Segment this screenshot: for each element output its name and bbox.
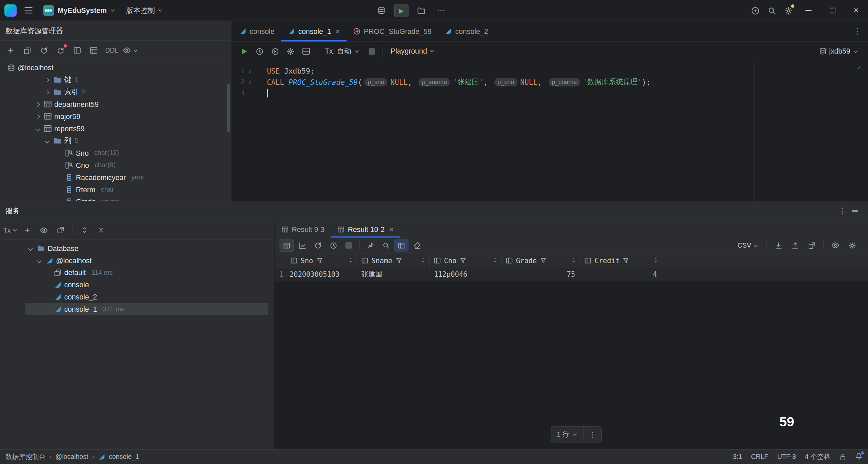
chevron-down-icon[interactable] (27, 245, 34, 252)
cell-credit[interactable]: 4 (580, 268, 662, 281)
breadcrumb-item[interactable]: 数据库控制台 (5, 452, 45, 462)
column-header[interactable]: Credit (580, 254, 662, 267)
expand-all-button[interactable] (77, 224, 92, 237)
tree-item-database-group[interactable]: Database (0, 242, 274, 254)
run-routine-button[interactable] (268, 44, 282, 58)
close-tab-icon[interactable]: × (336, 26, 340, 35)
file-encoding[interactable]: UTF-8 (777, 453, 796, 461)
clear-button[interactable] (410, 239, 424, 252)
query-history-button[interactable] (252, 44, 267, 58)
maximize-button[interactable] (821, 0, 844, 21)
app-logo-icon[interactable] (4, 4, 17, 16)
tree-item-columns-folder[interactable]: 列 5 (0, 135, 231, 147)
database-tool-button[interactable] (374, 4, 389, 17)
add-button[interactable]: + (20, 224, 34, 237)
cell-sname[interactable]: 张建国 (357, 268, 430, 281)
find-in-grid-button[interactable] (379, 239, 393, 252)
output-layout-button[interactable] (299, 44, 313, 58)
project-widget[interactable]: ME MyEduSystem (40, 3, 119, 17)
collapse-all-button[interactable] (94, 224, 108, 237)
tree-item-table[interactable]: department59 (0, 98, 231, 110)
cell-cno[interactable]: 112p0046 (430, 268, 501, 281)
export-button[interactable] (804, 239, 818, 252)
close-tab-icon[interactable]: × (389, 225, 393, 234)
preview-button[interactable] (123, 44, 138, 57)
tree-item-console[interactable]: console_2 (0, 291, 274, 303)
cell-sno[interactable]: 202003005103 (289, 268, 357, 281)
upload-button[interactable] (788, 239, 802, 252)
open-in-new-button[interactable] (53, 224, 67, 237)
chart-view-button[interactable] (295, 239, 309, 252)
tab-proc-stugrade[interactable]: PROC_StuGrade_59 (347, 21, 438, 41)
code-editor[interactable]: ✓ 1 ✓ USE Jxdb59; 2 ✓ CALL PROC_StuGrade… (233, 61, 868, 202)
tab-console-1[interactable]: console_1 × (281, 21, 347, 41)
table-view-mode-button[interactable] (394, 239, 408, 252)
column-header[interactable]: Sname (357, 254, 430, 267)
breadcrumb-item[interactable]: console_1 (109, 453, 139, 461)
tab-list-button[interactable]: ⋮ (853, 21, 868, 41)
tree-item-column[interactable]: Rterm char (0, 183, 231, 195)
sort-icon[interactable] (492, 256, 498, 264)
chevron-down-icon[interactable] (36, 257, 43, 264)
export-format-dropdown[interactable]: CSV (734, 241, 762, 249)
settings-button[interactable] (780, 2, 796, 19)
view-options-button[interactable] (828, 239, 842, 252)
reload-data-button[interactable] (311, 239, 325, 252)
column-header[interactable]: Cno (430, 254, 501, 267)
console-settings-button[interactable] (283, 44, 298, 58)
grid-settings-button[interactable] (845, 239, 859, 252)
tree-item-column[interactable]: Racademicyear year (0, 171, 231, 183)
tx-switch-button[interactable]: Tx (3, 224, 18, 237)
sort-icon[interactable] (653, 256, 659, 264)
line-separator[interactable]: CRLF (751, 453, 768, 461)
filter-icon[interactable] (540, 257, 546, 263)
column-header[interactable]: Sno (275, 254, 357, 267)
tree-item-column[interactable]: Sno char(12) (0, 147, 231, 159)
notifications-button[interactable] (855, 452, 862, 461)
caret-position[interactable]: 3:1 (733, 453, 742, 461)
download-button[interactable] (771, 239, 785, 252)
tree-item-table[interactable]: major59 (0, 110, 231, 122)
indent-style[interactable]: 4 个空格 (805, 452, 830, 462)
stop-button[interactable] (341, 239, 356, 252)
filter-icon[interactable] (460, 257, 466, 263)
chevron-down-icon[interactable] (34, 125, 41, 132)
chevron-right-icon[interactable] (44, 88, 51, 95)
tree-item-session[interactable]: default 114 ms (0, 266, 274, 278)
project-files-button[interactable] (414, 4, 428, 17)
search-everywhere-button[interactable] (763, 2, 780, 19)
pager-more-button[interactable]: ⋮ (584, 430, 601, 439)
sort-icon[interactable] (348, 256, 354, 264)
data-view-button[interactable] (279, 239, 294, 252)
inspection-ok-icon[interactable]: ✓ (857, 63, 862, 71)
tree-item-keys[interactable]: 键 1 (0, 74, 231, 86)
force-refresh-button[interactable] (53, 44, 67, 57)
tree-item-datasource[interactable]: @localhost (0, 61, 231, 74)
vcs-widget[interactable]: 版本控制 (123, 4, 166, 17)
run-configuration-button[interactable]: ▶ (394, 4, 408, 17)
sort-icon[interactable] (420, 256, 426, 264)
add-datasource-button[interactable]: + (3, 44, 18, 57)
datasource-switcher[interactable]: jxdb59 (819, 47, 864, 55)
tab-console-2[interactable]: console_2 (438, 21, 495, 41)
tree-item-console-selected[interactable]: console_1 371 ms (0, 303, 274, 315)
playground-dropdown[interactable]: Playground (386, 47, 439, 55)
pin-tab-button[interactable] (363, 239, 377, 252)
tool-window-options-button[interactable]: ⋮ (838, 206, 846, 216)
filter-icon[interactable] (396, 257, 402, 263)
tree-item-datasource[interactable]: @localhost (0, 254, 274, 266)
tree-item-column[interactable]: Cno char(8) (0, 159, 231, 171)
scrollbar-thumb[interactable] (227, 84, 230, 133)
ddl-button[interactable]: DDL (103, 44, 121, 57)
chevron-right-icon[interactable] (34, 113, 41, 120)
row-count-dropdown[interactable]: 1 行 (551, 430, 583, 439)
breadcrumb-item[interactable]: @localhost (55, 453, 88, 461)
auto-refresh-button[interactable] (326, 239, 340, 252)
tree-item-console[interactable]: console (0, 278, 274, 291)
lock-icon[interactable] (839, 453, 846, 460)
refresh-button[interactable] (37, 44, 51, 57)
preview-button[interactable] (37, 224, 51, 237)
tab-console[interactable]: console (233, 21, 281, 41)
tx-mode-dropdown[interactable]: Tx: 自动 (320, 46, 363, 56)
column-header[interactable]: Grade (501, 254, 580, 267)
